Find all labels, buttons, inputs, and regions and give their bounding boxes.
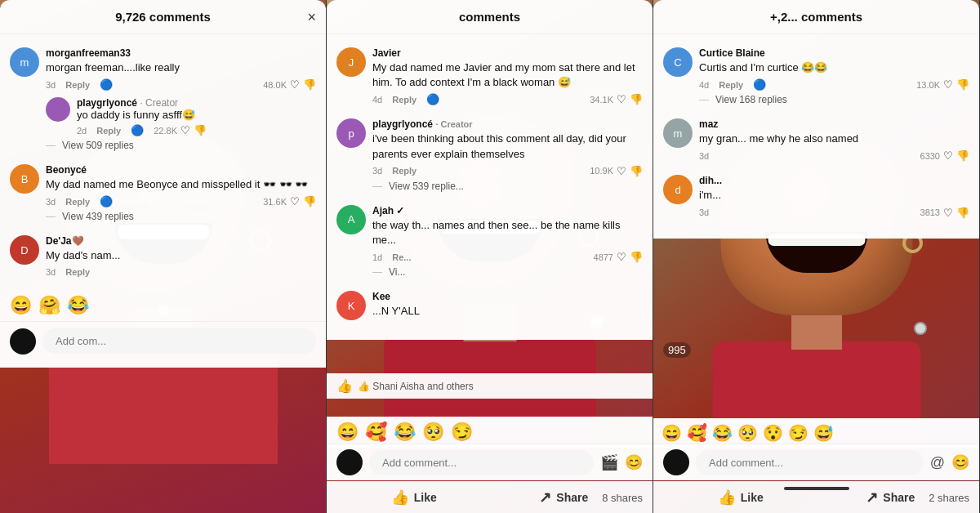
comment-username: De'Ja🤎 — [46, 235, 316, 247]
react-bar: 👍 👍 Shani Aisha and others — [327, 373, 653, 399]
comment-body: Curtice Blaine Curtis and I'm curtice 😂😂… — [699, 47, 969, 105]
emoji-grin[interactable]: 😄 — [10, 295, 32, 316]
comment-input[interactable] — [696, 450, 924, 475]
like-icon[interactable]: ♡ — [943, 207, 953, 219]
emoji-sad[interactable]: 🥺 — [422, 422, 444, 443]
like-thumb-icon: 👍 — [391, 488, 409, 506]
comments-count-1: 9,726 comments — [115, 10, 211, 24]
share-button[interactable]: ↗ Share — [539, 488, 588, 506]
comment-body: Ajah ✓ the way th... names and then see.… — [372, 205, 643, 278]
emoji-grin[interactable]: 😄 — [336, 422, 359, 443]
view-replies-button[interactable]: View 539 replie... — [372, 181, 643, 192]
comment-input[interactable] — [42, 328, 316, 354]
reply-button[interactable]: Reply — [392, 166, 416, 176]
dislike-icon[interactable]: 👎 — [956, 149, 969, 162]
comment-text: i've been thinking about this comment al… — [372, 132, 643, 161]
dislike-icon[interactable]: 👎 — [956, 207, 969, 219]
emoji-bar-1: 😄 🤗 😂 — [0, 290, 326, 321]
dislike-icon[interactable]: 👎 — [303, 78, 316, 91]
comment-body: morganfreeman33 morgan freeman....like r… — [46, 47, 316, 151]
like-button[interactable]: 👍 Like — [391, 488, 437, 506]
reply-button[interactable]: Re... — [392, 252, 411, 262]
like-icon[interactable]: ♡ — [180, 124, 190, 136]
emoji-laugh[interactable]: 😂 — [712, 423, 733, 443]
social-bar-2: 👍 Like ↗ Share 8 shares — [327, 481, 653, 513]
dislike-icon[interactable]: 👎 — [956, 78, 969, 91]
emoji-love[interactable]: 🥰 — [687, 423, 707, 443]
reply-button[interactable]: Reply — [65, 197, 90, 207]
comment-body: maz my gran... me why he also named 3d 6… — [699, 118, 969, 162]
emoji-hug[interactable]: 🤗 — [38, 295, 60, 316]
reply-text: yo daddy is funny asfff😅 — [77, 109, 207, 121]
comment-username: dih... — [699, 175, 969, 186]
view-replies-button[interactable]: Vi... — [372, 266, 643, 278]
dislike-icon[interactable]: 👎 — [303, 195, 316, 207]
comment-item: p playgrlyoncé · Creator i've been think… — [327, 112, 653, 198]
reply-button[interactable]: Reply — [719, 80, 743, 90]
like-icon[interactable]: ♡ — [943, 149, 953, 162]
dislike-icon[interactable]: 👎 — [630, 93, 643, 105]
avatar: D — [10, 235, 39, 265]
close-button-1[interactable]: × — [307, 8, 316, 25]
reply-body: playgrlyoncé · Creator yo daddy is funny… — [77, 97, 207, 136]
at-icon[interactable]: @ — [930, 454, 945, 471]
like-icon[interactable]: ♡ — [617, 165, 626, 177]
avatar: C — [663, 47, 693, 77]
comments-title-2: comments — [459, 10, 520, 24]
shares-count: 2 shares — [929, 492, 969, 504]
avatar: B — [10, 164, 39, 194]
emoji-smirk[interactable]: 😏 — [788, 423, 808, 443]
social-bar-3: 👍 Like ↗ Share 2 shares — [653, 481, 979, 513]
share-icon: ↗ — [539, 488, 551, 506]
comments-list-3: C Curtice Blaine Curtis and I'm curtice … — [653, 34, 979, 232]
like-icon[interactable]: ♡ — [617, 251, 626, 263]
view-replies-button[interactable]: View 168 replies — [699, 94, 969, 105]
comment-text: ...N Y'ALL — [372, 304, 643, 319]
avatar: J — [336, 47, 366, 77]
gif-icon[interactable]: 🎬 — [600, 453, 618, 471]
emoji-sweat[interactable]: 😅 — [813, 423, 834, 443]
reply-button[interactable]: Reply — [65, 80, 90, 90]
view-replies-button[interactable]: View 509 replies — [46, 140, 316, 151]
emoji-picker-icon[interactable]: 😊 — [951, 453, 969, 471]
like-icon[interactable]: ♡ — [617, 93, 626, 105]
comment-username: Beonycé — [46, 164, 316, 176]
emoji-picker-icon[interactable]: 😊 — [625, 453, 643, 471]
dislike-icon[interactable]: 👎 — [630, 165, 643, 177]
comment-item: m maz my gran... me why he also named 3d… — [653, 112, 979, 168]
emoji-love[interactable]: 🥰 — [365, 422, 387, 443]
comment-item: d dih... i'm... 3d 3813 ♡ 👎 — [653, 168, 979, 225]
avatar: d — [663, 175, 693, 204]
avatar: p — [336, 118, 366, 148]
shares-count: 8 shares — [602, 492, 643, 504]
dislike-icon[interactable]: 👎 — [630, 251, 643, 263]
emoji-smirk[interactable]: 😏 — [451, 422, 473, 443]
comment-input-area-2: 🎬 😊 — [327, 444, 653, 480]
view-replies-button[interactable]: View 439 replies — [46, 211, 316, 222]
emoji-oh[interactable]: 😯 — [763, 423, 783, 443]
comments-header-1: 9,726 comments × — [0, 0, 326, 34]
reply-button[interactable]: Reply — [65, 267, 90, 277]
react-text: 👍 Shani Aisha and others — [358, 381, 474, 392]
emoji-laugh[interactable]: 😂 — [67, 295, 89, 316]
emoji-grin[interactable]: 😄 — [662, 423, 682, 443]
emoji-eyes[interactable]: 🥺 — [737, 423, 758, 443]
like-button[interactable]: 👍 Like — [718, 488, 764, 506]
reply-button[interactable]: Reply — [96, 126, 121, 136]
comments-overlay-2: comments J Javier My dad named me Javier… — [327, 0, 653, 340]
dislike-icon[interactable]: 👎 — [194, 124, 207, 136]
emoji-laugh[interactable]: 😂 — [394, 422, 416, 443]
comment-username: Javier — [372, 47, 643, 59]
comments-overlay-1: 9,726 comments × m morganfreeman33 morga… — [0, 0, 326, 368]
like-icon[interactable]: ♡ — [943, 78, 953, 91]
comments-list-2: J Javier My dad named me Javier and my m… — [327, 34, 653, 333]
comment-item: m morganfreeman33 morgan freeman....like… — [0, 41, 326, 158]
like-icon[interactable]: ♡ — [290, 78, 300, 91]
share-button[interactable]: ↗ Share — [866, 488, 915, 506]
reply-button[interactable]: Reply — [392, 95, 416, 105]
comment-body: Javier My dad named me Javier and my mom… — [372, 47, 643, 105]
panel-1: 9,726 comments × m morganfreeman33 morga… — [0, 0, 327, 513]
comment-body: De'Ja🤎 My dad's nam... 3d Reply — [46, 235, 316, 276]
comment-input[interactable] — [369, 450, 594, 475]
like-icon[interactable]: ♡ — [290, 195, 300, 207]
